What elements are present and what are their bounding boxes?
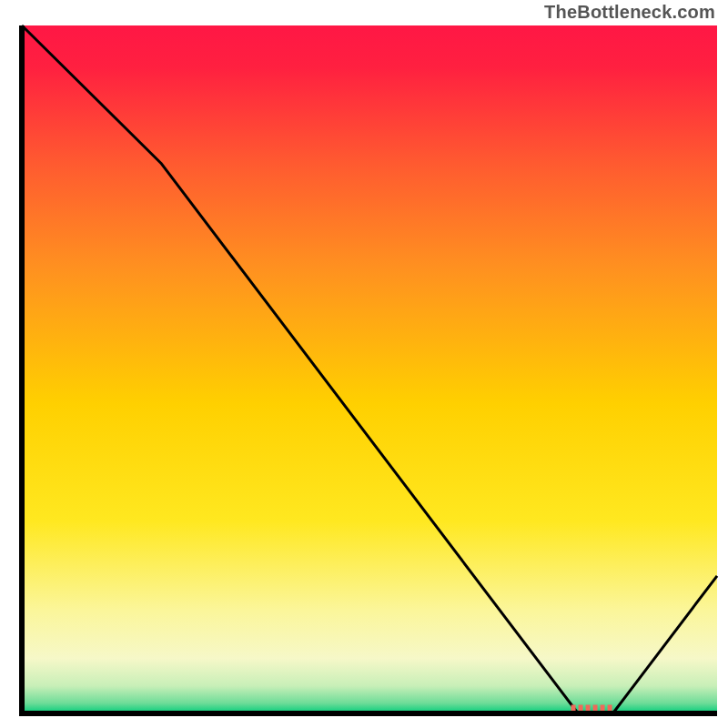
watermark-text: TheBottleneck.com bbox=[544, 2, 715, 23]
chart-container: TheBottleneck.com bbox=[0, 0, 728, 728]
bottleneck-chart bbox=[0, 0, 728, 728]
